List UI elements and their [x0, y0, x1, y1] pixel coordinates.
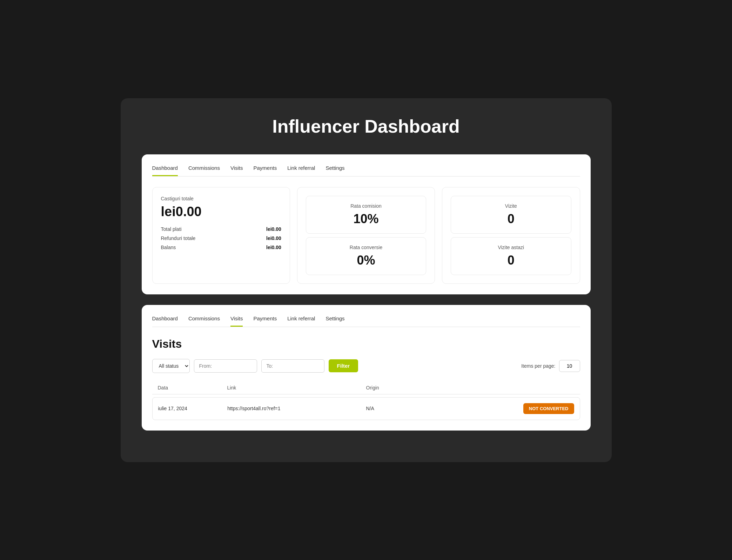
tab-dashboard-1[interactable]: Dashboard	[152, 165, 178, 176]
earnings-label: Castiguri totale	[161, 196, 281, 201]
total-plati-row: Total plati lei0.00	[161, 226, 281, 232]
vizite-card: Vizite 0	[451, 196, 571, 234]
balans-label: Balans	[161, 245, 176, 250]
table-row: iulie 17, 2024 https://sport4all.ro?ref=…	[152, 397, 580, 420]
balans-value: lei0.00	[266, 245, 281, 250]
filter-row: All status Filter Items per page:	[152, 359, 580, 373]
tab-link-referral-1[interactable]: Link referral	[287, 165, 315, 176]
filter-button[interactable]: Filter	[329, 359, 358, 372]
to-date-input[interactable]	[261, 359, 324, 373]
row-link: https://sport4all.ro?ref=1	[227, 406, 366, 411]
tab-visits-2[interactable]: Visits	[230, 315, 243, 327]
screen-container: Influencer Dashboard Dashboard Commissio…	[121, 98, 612, 462]
rata-comision-card: Rata comision 10%	[306, 196, 426, 234]
vizite-value: 0	[508, 212, 515, 226]
visits-card: Vizite 0 Vizite astazi 0	[442, 187, 580, 284]
status-filter-select[interactable]: All status	[152, 359, 190, 373]
rata-conversie-value: 0%	[357, 253, 375, 268]
tab-settings-2[interactable]: Settings	[325, 315, 344, 327]
from-date-input[interactable]	[194, 359, 257, 373]
col-link: Link	[227, 385, 366, 391]
tab-commissions-2[interactable]: Commissions	[188, 315, 220, 327]
items-per-page-label: Items per page:	[521, 363, 555, 369]
stats-grid: Castiguri totale lei0.00 Total plati lei…	[152, 187, 580, 284]
vizite-astazi-card: Vizite astazi 0	[451, 237, 571, 275]
earnings-value: lei0.00	[161, 204, 281, 219]
tab-link-referral-2[interactable]: Link referral	[287, 315, 315, 327]
table-header: Data Link Origin	[152, 381, 580, 394]
tab-visits-1[interactable]: Visits	[230, 165, 243, 176]
total-plati-value: lei0.00	[266, 226, 281, 232]
balans-row: Balans lei0.00	[161, 245, 281, 250]
vizite-astazi-value: 0	[508, 253, 515, 268]
earnings-card: Castiguri totale lei0.00 Total plati lei…	[152, 187, 290, 284]
vizite-label: Vizite	[505, 203, 517, 209]
row-date: iulie 17, 2024	[158, 406, 228, 411]
total-plati-label: Total plati	[161, 226, 182, 232]
rata-comision-value: 10%	[353, 212, 378, 226]
row-origin: N/A	[366, 406, 505, 411]
tab-dashboard-2[interactable]: Dashboard	[152, 315, 178, 327]
col-status	[505, 385, 575, 391]
tab-payments-1[interactable]: Payments	[253, 165, 277, 176]
tab-commissions-1[interactable]: Commissions	[188, 165, 220, 176]
commission-card: Rata comision 10% Rata conversie 0%	[297, 187, 435, 284]
visits-section-title: Visits	[152, 338, 580, 351]
vizite-astazi-label: Vizite astazi	[498, 245, 524, 250]
dashboard-card: Dashboard Commissions Visits Payments Li…	[142, 154, 591, 294]
dashboard-tabs: Dashboard Commissions Visits Payments Li…	[152, 165, 580, 176]
not-converted-badge: NOT CONVERTED	[523, 403, 574, 414]
tab-settings-1[interactable]: Settings	[325, 165, 344, 176]
rata-comision-label: Rata comision	[350, 203, 382, 209]
rata-conversie-label: Rata conversie	[350, 245, 382, 250]
items-per-page-input[interactable]	[559, 360, 580, 372]
visits-tabs: Dashboard Commissions Visits Payments Li…	[152, 315, 580, 327]
col-origin: Origin	[366, 385, 505, 391]
col-data: Data	[158, 385, 227, 391]
rata-conversie-card: Rata conversie 0%	[306, 237, 426, 275]
refunduri-label: Refunduri totale	[161, 235, 196, 241]
tab-payments-2[interactable]: Payments	[253, 315, 277, 327]
refunduri-value: lei0.00	[266, 235, 281, 241]
refunduri-row: Refunduri totale lei0.00	[161, 235, 281, 241]
earnings-rows: Total plati lei0.00 Refunduri totale lei…	[161, 226, 281, 250]
visits-card-section: Dashboard Commissions Visits Payments Li…	[142, 305, 591, 431]
items-per-page-container: Items per page:	[521, 360, 580, 372]
page-title: Influencer Dashboard	[142, 116, 591, 137]
